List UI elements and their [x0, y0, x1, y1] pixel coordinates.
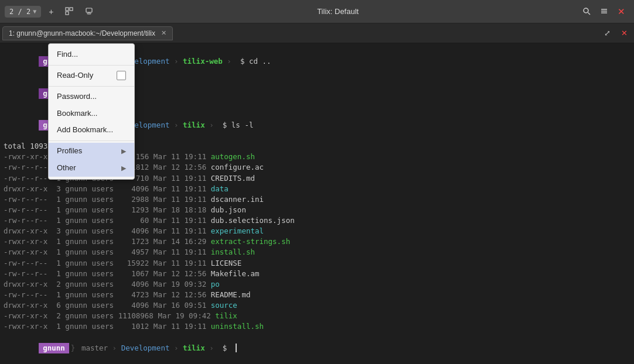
menu-item-find[interactable]: Find...	[49, 46, 134, 63]
menu-item-other[interactable]: Other ▶	[49, 160, 134, 177]
file-dub-selections: -rw-r--r-- 1 gnunn users 60 Mar 11 19:11…	[4, 215, 630, 226]
svg-rect-1	[70, 8, 73, 11]
svg-line-8	[588, 12, 590, 15]
menu-item-readonly-label: Read-Only	[57, 70, 93, 81]
menu-item-bookmark[interactable]: Bookmark...	[49, 105, 134, 122]
tab-title: 1: gnunn@gnunn-macbook:~/Development/til…	[9, 29, 155, 37]
file-dub-json: -rw-r--r-- 1 gnunn users 1293 Mar 18 18:…	[4, 205, 630, 215]
titlebar-actions: ✕	[578, 5, 629, 19]
other-submenu-arrow: ▶	[121, 164, 126, 173]
detach-button[interactable]	[81, 5, 97, 19]
menu-item-add-bookmark[interactable]: Add Bookmark...	[49, 122, 134, 139]
menu-item-password-label: Password...	[57, 91, 97, 102]
titlebar: 2 / 2 ▼ + Tilix: Default	[0, 0, 634, 23]
svg-rect-3	[86, 8, 92, 12]
file-makefile: -rw-r--r-- 1 gnunn users 1067 Mar 12 12:…	[4, 269, 630, 279]
close-tab-button[interactable]: ✕	[617, 27, 632, 39]
tab-counter[interactable]: 2 / 2 ▼	[5, 6, 41, 18]
menu-item-other-label: Other	[57, 163, 76, 174]
svg-point-7	[584, 8, 588, 13]
search-button[interactable]	[578, 5, 595, 19]
menu-item-password[interactable]: Password...	[49, 88, 134, 105]
terminal-tab[interactable]: 1: gnunn@gnunn-macbook:~/Development/til…	[2, 26, 173, 40]
svg-rect-0	[66, 8, 69, 11]
file-uninstall: -rwxr-xr-x 1 gnunn users 1012 Mar 11 19:…	[4, 321, 630, 332]
file-license: -rw-r--r-- 1 gnunn users 15922 Mar 11 19…	[4, 258, 630, 269]
tabbar: 1: gnunn@gnunn-macbook:~/Development/til…	[0, 23, 634, 43]
expand-tab-button[interactable]: ⤢	[600, 27, 615, 39]
menu-separator-3	[49, 140, 134, 141]
file-install: -rwxr-xr-x 1 gnunn users 4957 Mar 11 19:…	[4, 247, 630, 257]
file-data: drwxr-xr-x 3 gnunn users 4096 Mar 11 19:…	[4, 184, 630, 194]
menu-item-find-label: Find...	[57, 49, 78, 60]
file-po: drwxr-xr-x 2 gnunn users 4096 Mar 19 09:…	[4, 279, 630, 290]
readonly-checkbox[interactable]	[117, 71, 126, 80]
terminal-area: gnunn} master › Development › tilix-web …	[0, 43, 634, 364]
menu-button[interactable]	[596, 5, 612, 19]
file-source: drwxr-xr-x 6 gnunn users 4096 Mar 16 09:…	[4, 300, 630, 311]
svg-rect-2	[66, 12, 69, 15]
file-readme: -rw-r--r-- 1 gnunn users 4723 Mar 12 12:…	[4, 290, 630, 300]
new-session-button[interactable]	[61, 5, 77, 19]
menu-item-bookmark-label: Bookmark...	[57, 108, 97, 119]
svg-rect-4	[87, 13, 91, 14]
window-title: Tilix: Default	[317, 7, 359, 16]
terminal-pane[interactable]: gnunn} master › Development › tilix-web …	[0, 43, 634, 364]
titlebar-left: 2 / 2 ▼ +	[5, 5, 97, 19]
file-experimental: drwxr-xr-x 3 gnunn users 4096 Mar 11 19:…	[4, 226, 630, 236]
menu-item-profiles[interactable]: Profiles ▶	[49, 143, 134, 160]
menu-separator-1	[49, 65, 134, 66]
cursor	[231, 344, 237, 352]
final-prompt-line: gnunn} master › Development › tilix › $	[4, 332, 630, 363]
menu-item-readonly[interactable]: Read-Only	[49, 67, 134, 84]
tab-dropdown-arrow: ▼	[33, 8, 36, 15]
add-tab-button[interactable]: +	[45, 5, 57, 18]
close-window-button[interactable]: ✕	[613, 5, 629, 18]
file-extract: -rwxr-xr-x 1 gnunn users 1723 Mar 14 16:…	[4, 236, 630, 247]
menu-separator-2	[49, 86, 134, 87]
menu-item-profiles-label: Profiles	[57, 146, 82, 157]
menu-item-add-bookmark-label: Add Bookmark...	[57, 125, 113, 136]
context-menu: Find... Read-Only Password... Bookmark..…	[48, 43, 135, 180]
tab-close-icon[interactable]: ✕	[161, 29, 166, 37]
file-tilix: -rwxr-xr-x 2 gnunn users 11108968 Mar 19…	[4, 311, 630, 321]
profiles-submenu-arrow: ▶	[121, 147, 126, 156]
tab-count-label: 2 / 2	[9, 8, 30, 16]
file-dscanner: -rw-r--r-- 1 gnunn users 2988 Mar 11 19:…	[4, 194, 630, 205]
